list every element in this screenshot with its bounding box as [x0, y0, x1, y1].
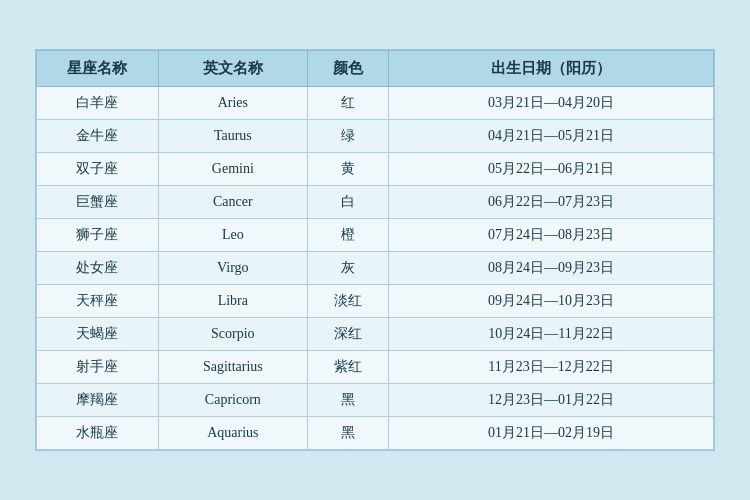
- cell-date: 04月21日—05月21日: [389, 120, 714, 153]
- cell-color: 紫红: [307, 351, 388, 384]
- cell-cn-name: 水瓶座: [37, 417, 159, 450]
- table-row: 白羊座Aries红03月21日—04月20日: [37, 87, 714, 120]
- cell-en-name: Leo: [158, 219, 307, 252]
- cell-color: 深红: [307, 318, 388, 351]
- cell-en-name: Taurus: [158, 120, 307, 153]
- table-body: 白羊座Aries红03月21日—04月20日金牛座Taurus绿04月21日—0…: [37, 87, 714, 450]
- cell-date: 07月24日—08月23日: [389, 219, 714, 252]
- cell-color: 黑: [307, 384, 388, 417]
- table-header-row: 星座名称 英文名称 颜色 出生日期（阳历）: [37, 51, 714, 87]
- cell-color: 绿: [307, 120, 388, 153]
- table-row: 天蝎座Scorpio深红10月24日—11月22日: [37, 318, 714, 351]
- cell-cn-name: 天秤座: [37, 285, 159, 318]
- cell-color: 红: [307, 87, 388, 120]
- cell-date: 10月24日—11月22日: [389, 318, 714, 351]
- header-en-name: 英文名称: [158, 51, 307, 87]
- cell-cn-name: 白羊座: [37, 87, 159, 120]
- cell-en-name: Gemini: [158, 153, 307, 186]
- cell-en-name: Sagittarius: [158, 351, 307, 384]
- cell-color: 灰: [307, 252, 388, 285]
- table-row: 水瓶座Aquarius黑01月21日—02月19日: [37, 417, 714, 450]
- cell-color: 黑: [307, 417, 388, 450]
- cell-date: 08月24日—09月23日: [389, 252, 714, 285]
- table-row: 摩羯座Capricorn黑12月23日—01月22日: [37, 384, 714, 417]
- cell-cn-name: 天蝎座: [37, 318, 159, 351]
- table-row: 巨蟹座Cancer白06月22日—07月23日: [37, 186, 714, 219]
- table-row: 金牛座Taurus绿04月21日—05月21日: [37, 120, 714, 153]
- cell-cn-name: 摩羯座: [37, 384, 159, 417]
- cell-en-name: Cancer: [158, 186, 307, 219]
- cell-en-name: Libra: [158, 285, 307, 318]
- table-row: 处女座Virgo灰08月24日—09月23日: [37, 252, 714, 285]
- cell-date: 12月23日—01月22日: [389, 384, 714, 417]
- table-row: 天秤座Libra淡红09月24日—10月23日: [37, 285, 714, 318]
- cell-date: 11月23日—12月22日: [389, 351, 714, 384]
- cell-en-name: Aquarius: [158, 417, 307, 450]
- cell-cn-name: 双子座: [37, 153, 159, 186]
- cell-color: 白: [307, 186, 388, 219]
- zodiac-table-container: 星座名称 英文名称 颜色 出生日期（阳历） 白羊座Aries红03月21日—04…: [35, 49, 715, 451]
- cell-en-name: Capricorn: [158, 384, 307, 417]
- cell-color: 橙: [307, 219, 388, 252]
- table-row: 狮子座Leo橙07月24日—08月23日: [37, 219, 714, 252]
- cell-cn-name: 射手座: [37, 351, 159, 384]
- cell-cn-name: 处女座: [37, 252, 159, 285]
- cell-color: 黄: [307, 153, 388, 186]
- cell-en-name: Aries: [158, 87, 307, 120]
- cell-cn-name: 金牛座: [37, 120, 159, 153]
- header-date: 出生日期（阳历）: [389, 51, 714, 87]
- cell-cn-name: 巨蟹座: [37, 186, 159, 219]
- cell-cn-name: 狮子座: [37, 219, 159, 252]
- header-cn-name: 星座名称: [37, 51, 159, 87]
- cell-date: 01月21日—02月19日: [389, 417, 714, 450]
- table-row: 双子座Gemini黄05月22日—06月21日: [37, 153, 714, 186]
- cell-color: 淡红: [307, 285, 388, 318]
- cell-date: 06月22日—07月23日: [389, 186, 714, 219]
- cell-date: 05月22日—06月21日: [389, 153, 714, 186]
- cell-date: 03月21日—04月20日: [389, 87, 714, 120]
- cell-en-name: Scorpio: [158, 318, 307, 351]
- header-color: 颜色: [307, 51, 388, 87]
- table-row: 射手座Sagittarius紫红11月23日—12月22日: [37, 351, 714, 384]
- cell-date: 09月24日—10月23日: [389, 285, 714, 318]
- cell-en-name: Virgo: [158, 252, 307, 285]
- zodiac-table: 星座名称 英文名称 颜色 出生日期（阳历） 白羊座Aries红03月21日—04…: [36, 50, 714, 450]
